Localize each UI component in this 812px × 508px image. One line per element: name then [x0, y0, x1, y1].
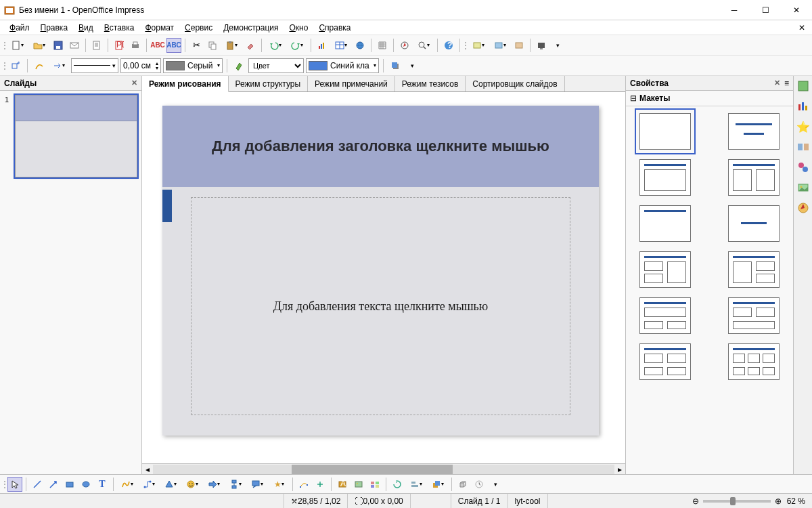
sidebar-animation-icon[interactable]: ⭐: [796, 119, 811, 134]
fontwork-tool[interactable]: A: [335, 477, 350, 492]
paste-button[interactable]: ▾: [221, 38, 242, 53]
menu-tools[interactable]: Сервис: [179, 22, 218, 34]
slides-panel-close[interactable]: ✕: [131, 79, 137, 87]
arrange-tool[interactable]: ▾: [428, 477, 448, 492]
menu-window[interactable]: Окно: [284, 22, 313, 34]
copy-button[interactable]: [205, 38, 220, 53]
rotate-tool[interactable]: [390, 477, 405, 492]
navigator-button[interactable]: [397, 38, 412, 53]
content-placeholder[interactable]: Для добавления текста щелкните мышью: [191, 197, 570, 415]
arrow-tool[interactable]: [46, 477, 61, 492]
sidebar-master-icon[interactable]: [796, 99, 811, 114]
layout-two-content[interactable]: [728, 159, 780, 196]
toolbar-grip-2[interactable]: [464, 38, 467, 53]
rectangle-tool[interactable]: [62, 477, 77, 492]
arrow-style-button[interactable]: ▾: [49, 58, 69, 73]
start-slideshow-button[interactable]: [534, 38, 549, 53]
spellcheck-button[interactable]: ABC: [150, 38, 165, 53]
stars-tool[interactable]: ★▾: [269, 477, 289, 492]
block-arrows-tool[interactable]: ▾: [204, 477, 224, 492]
fill-color-select[interactable]: Синий кла▾: [306, 58, 379, 73]
extrusion-tool[interactable]: [455, 477, 470, 492]
layout-title[interactable]: [728, 113, 780, 150]
close-document-button[interactable]: ✕: [796, 23, 808, 33]
zoom-in-icon[interactable]: ⊕: [775, 496, 782, 506]
title-placeholder[interactable]: Для добавления заголовка щелкните мышью: [162, 106, 599, 187]
text-tool[interactable]: T: [95, 477, 110, 492]
select-tool[interactable]: [7, 477, 22, 492]
format-paintbrush-button[interactable]: [243, 38, 258, 53]
menu-slideshow[interactable]: Демонстрация: [218, 22, 284, 34]
layout-centered[interactable]: [728, 205, 780, 242]
redo-button[interactable]: ▾: [287, 38, 307, 53]
ellipse-tool[interactable]: [78, 477, 93, 492]
flowchart-tool[interactable]: ▾: [225, 477, 246, 492]
zoom-slider[interactable]: [703, 500, 771, 503]
layouts-section-header[interactable]: ⊟ Макеты: [626, 91, 793, 106]
layout-title-only[interactable]: [639, 205, 691, 242]
maximize-button[interactable]: ☐: [750, 0, 781, 20]
line-color-select[interactable]: Серый▾: [163, 58, 223, 73]
toolbar-grip[interactable]: [3, 38, 6, 53]
open-button[interactable]: ▾: [29, 38, 49, 53]
line-style-icon[interactable]: [32, 58, 47, 73]
zoom-out-icon[interactable]: ⊖: [692, 496, 699, 506]
layout-title-content[interactable]: [639, 159, 691, 196]
points-tool[interactable]: [296, 477, 311, 492]
menu-help[interactable]: Справка: [313, 22, 356, 34]
edit-file-button[interactable]: [89, 38, 104, 53]
table-button[interactable]: ▾: [331, 38, 351, 53]
slide-button[interactable]: ▾: [468, 38, 489, 53]
align-tool[interactable]: ▾: [406, 477, 426, 492]
sidebar-styles-icon[interactable]: [796, 160, 811, 175]
help-button[interactable]: ?: [441, 38, 456, 53]
undo-button[interactable]: ▾: [265, 38, 286, 53]
tab-outline[interactable]: Режим структуры: [229, 76, 309, 91]
zoom-value[interactable]: 62 %: [787, 496, 805, 506]
new-button[interactable]: ▾: [7, 38, 28, 53]
tab-sorter[interactable]: Сортировщик слайдов: [466, 76, 564, 91]
connector-tool[interactable]: ▾: [139, 477, 159, 492]
layout-4content[interactable]: [639, 343, 691, 380]
menu-view[interactable]: Вид: [73, 22, 99, 34]
toolbar2-grip[interactable]: [3, 58, 6, 73]
fill-type-select[interactable]: Цвет: [248, 58, 304, 73]
menu-insert[interactable]: Вставка: [99, 22, 140, 34]
workspace[interactable]: Для добавления заголовка щелкните мышью …: [142, 92, 625, 463]
sidebar-gallery-icon[interactable]: [796, 180, 811, 195]
menu-edit[interactable]: Правка: [35, 22, 74, 34]
email-button[interactable]: [67, 38, 82, 53]
cut-button[interactable]: ✂: [189, 38, 204, 53]
horizontal-scrollbar[interactable]: ◂ ▸: [142, 463, 625, 474]
hyperlink-button[interactable]: [353, 38, 367, 53]
export-pdf-button[interactable]: PDF: [112, 38, 127, 53]
tab-drawing[interactable]: Режим рисования: [142, 76, 229, 92]
basic-shapes-tool[interactable]: ▾: [160, 477, 181, 492]
layout-2x2-b[interactable]: [728, 251, 780, 288]
layout-top-2bottom[interactable]: [639, 297, 691, 334]
line-width-input[interactable]: 0,00 см▴▾: [120, 58, 161, 73]
slide-canvas[interactable]: Для добавления заголовка щелкните мышью …: [162, 106, 599, 436]
menu-file[interactable]: Файл: [4, 22, 35, 34]
line-tool[interactable]: [30, 477, 45, 492]
zoom-button[interactable]: ▾: [413, 38, 434, 53]
auto-spellcheck-button[interactable]: ABC: [166, 38, 181, 53]
tab-handout[interactable]: Режим тезисов: [395, 76, 466, 91]
drawing-grip[interactable]: [3, 477, 6, 492]
gallery-tool[interactable]: [367, 477, 382, 492]
line-style-select[interactable]: ▾: [71, 58, 118, 73]
layout-2x2-a[interactable]: [639, 251, 691, 288]
properties-panel-close[interactable]: ✕: [774, 79, 780, 87]
drawing-overflow[interactable]: ▾: [488, 477, 503, 492]
area-style-icon[interactable]: [231, 58, 246, 73]
layout-blank[interactable]: [639, 113, 691, 150]
layout-6content[interactable]: [728, 343, 780, 380]
grid-button[interactable]: [375, 38, 390, 53]
minimize-button[interactable]: ─: [719, 0, 750, 20]
from-file-tool[interactable]: [351, 477, 366, 492]
interaction-tool[interactable]: [472, 477, 487, 492]
position-size-button[interactable]: [8, 58, 23, 73]
toolbar-overflow[interactable]: ▾: [550, 38, 565, 53]
symbol-shapes-tool[interactable]: ▾: [182, 477, 202, 492]
curve-tool[interactable]: ▾: [117, 477, 137, 492]
